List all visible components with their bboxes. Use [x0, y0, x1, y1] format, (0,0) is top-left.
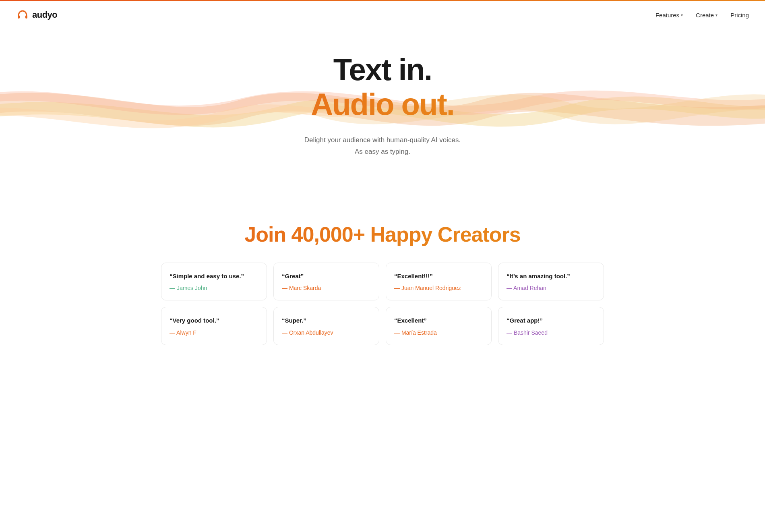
- testimonials-row-1: “Simple and easy to use.”— James John“Gr…: [161, 263, 604, 301]
- nav-create[interactable]: Create ▾: [696, 12, 717, 19]
- svg-rect-1: [18, 15, 20, 19]
- testimonial-quote: “Great app!”: [507, 316, 595, 325]
- testimonial-card: “Very good tool.”— Alwyn F: [161, 307, 267, 345]
- testimonial-author: — María Estrada: [394, 329, 483, 336]
- logo[interactable]: audyo: [16, 8, 57, 21]
- testimonial-card: “Excellent!!!”— Juan Manuel Rodriguez: [386, 263, 492, 301]
- join-section: Join 40,000+ Happy Creators “Simple and …: [0, 190, 765, 361]
- testimonial-author: — Marc Skarda: [282, 285, 371, 291]
- testimonial-quote: “Simple and easy to use.”: [170, 272, 258, 281]
- testimonial-card: “It’s an amazing tool.”— Amad Rehan: [498, 263, 604, 301]
- testimonial-author: — Juan Manuel Rodriguez: [394, 285, 483, 291]
- navbar: audyo Features ▾ Create ▾ Pricing: [0, 1, 765, 29]
- testimonial-author: — Bashir Saeed: [507, 329, 595, 336]
- testimonial-quote: “Very good tool.”: [170, 316, 258, 325]
- testimonial-quote: “Excellent”: [394, 316, 483, 325]
- testimonial-author: — Amad Rehan: [507, 285, 595, 291]
- hero-content: Text in. Audio out. Delight your audienc…: [8, 53, 757, 158]
- chevron-down-icon: ▾: [715, 13, 717, 17]
- hero-title-audio-out: Audio out.: [8, 87, 757, 122]
- nav-links: Features ▾ Create ▾ Pricing: [655, 12, 749, 19]
- nav-pricing[interactable]: Pricing: [730, 12, 749, 19]
- svg-rect-2: [25, 15, 27, 19]
- logo-text: audyo: [32, 10, 57, 20]
- join-title: Join 40,000+ Happy Creators: [16, 222, 749, 246]
- testimonial-author: — James John: [170, 285, 258, 291]
- testimonial-quote: “It’s an amazing tool.”: [507, 272, 595, 281]
- testimonial-card: “Great”— Marc Skarda: [273, 263, 379, 301]
- hero-title-text-in: Text in.: [8, 53, 757, 87]
- chevron-down-icon: ▾: [681, 13, 683, 17]
- testimonial-card: “Excellent”— María Estrada: [386, 307, 492, 345]
- testimonial-author: — Orxan Abdullayev: [282, 329, 371, 336]
- testimonials-row-2: “Very good tool.”— Alwyn F“Super.”— Orxa…: [161, 307, 604, 345]
- testimonial-card: “Super.”— Orxan Abdullayev: [273, 307, 379, 345]
- testimonial-card: “Simple and easy to use.”— James John: [161, 263, 267, 301]
- testimonial-quote: “Great”: [282, 272, 371, 281]
- hero-subtitle: Delight your audience with human-quality…: [8, 135, 757, 158]
- logo-icon: [16, 8, 29, 21]
- testimonial-quote: “Excellent!!!”: [394, 272, 483, 281]
- testimonial-card: “Great app!”— Bashir Saeed: [498, 307, 604, 345]
- testimonial-quote: “Super.”: [282, 316, 371, 325]
- testimonial-author: — Alwyn F: [170, 329, 258, 336]
- nav-features[interactable]: Features ▾: [655, 12, 683, 19]
- hero-section: Text in. Audio out. Delight your audienc…: [0, 29, 765, 190]
